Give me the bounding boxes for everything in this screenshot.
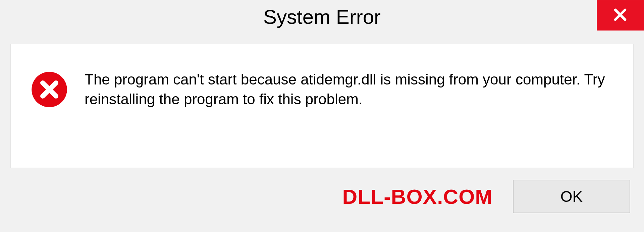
titlebar: System Error — [0, 0, 644, 34]
ok-button[interactable]: OK — [513, 180, 630, 213]
dialog-title: System Error — [263, 5, 381, 28]
content-panel: The program can't start because atidemgr… — [10, 44, 634, 168]
close-icon — [612, 6, 629, 24]
dialog-footer: DLL-BOX.COM OK — [0, 168, 644, 232]
close-button[interactable] — [597, 0, 644, 31]
error-dialog: System Error The program can't start bec… — [0, 0, 644, 232]
error-icon — [31, 71, 68, 108]
error-message: The program can't start because atidemgr… — [85, 68, 613, 109]
watermark-text: DLL-BOX.COM — [342, 185, 493, 209]
